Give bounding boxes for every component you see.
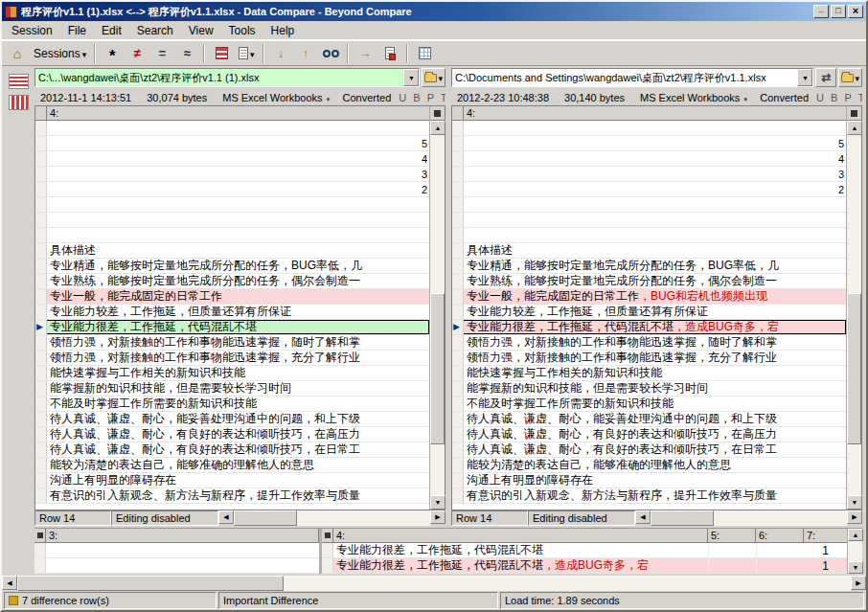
scroll-left-button[interactable] xyxy=(635,510,651,524)
next-difference-button[interactable]: ↓ xyxy=(269,43,292,64)
grid-row[interactable]: 待人真诚、谦虚、耐心，有良好的表达和倾听技巧，在日常工 xyxy=(452,442,846,458)
table-compare-session-icon[interactable] xyxy=(9,95,29,110)
grid-row[interactable]: 专业熟练，能够按时定量地完成所分配的任务，偶尔会制造一 xyxy=(452,274,846,289)
grid-row[interactable]: 能掌握新的知识和技能，但是需要较长学习时间 xyxy=(35,381,429,397)
grid-row[interactable]: 专业精通，能够按时定量地完成所分配的任务，BUG率低，几 xyxy=(35,259,429,274)
scrollbar-thumb[interactable] xyxy=(651,510,714,526)
scrollbar-track[interactable] xyxy=(430,135,445,495)
scroll-left-button[interactable] xyxy=(2,576,17,590)
grid-row[interactable]: 4 xyxy=(35,151,429,167)
menu-item-session[interactable]: Session xyxy=(4,22,60,39)
grid-row[interactable] xyxy=(452,228,846,243)
grid-row[interactable] xyxy=(35,228,429,243)
sessions-dropdown-button[interactable]: Sessions xyxy=(31,43,89,64)
grid-row[interactable] xyxy=(35,121,429,136)
difference-row[interactable] xyxy=(34,543,319,558)
menu-item-edit[interactable]: Edit xyxy=(94,22,129,39)
right-conversion-flags[interactable]: U B P T Q xyxy=(816,92,862,103)
chevron-down-icon[interactable] xyxy=(326,92,331,103)
grid-view-button[interactable] xyxy=(413,43,436,64)
menu-item-search[interactable]: Search xyxy=(129,22,181,39)
grid-row[interactable]: 有意识的引入新观念、新方法与新程序，提升工作效率与质量 xyxy=(452,488,846,504)
menu-item-tools[interactable]: Tools xyxy=(221,22,263,39)
scrollbar-track[interactable] xyxy=(848,541,862,561)
grid-row[interactable]: 专业能力较差，工作拖延，但质量还算有所保证 xyxy=(35,305,429,320)
grid-row[interactable]: 2 xyxy=(35,182,429,197)
right-path-dropdown-icon[interactable] xyxy=(797,69,812,86)
grid-row[interactable]: 领悟力强，对新接触的工作和事物能迅速掌握，充分了解行业 xyxy=(452,351,846,366)
left-browse-button[interactable] xyxy=(422,68,445,87)
bottom-horizontal-scrollbar[interactable] xyxy=(2,576,866,591)
scroll-right-button[interactable] xyxy=(430,510,445,524)
grid-row[interactable]: 3 xyxy=(452,167,846,182)
maximize-button[interactable] xyxy=(831,5,846,18)
show-all-button[interactable]: * xyxy=(101,43,124,64)
left-horizontal-scrollbar[interactable] xyxy=(218,510,445,526)
home-button[interactable]: ⌂ xyxy=(6,43,29,64)
show-differences-button[interactable]: ≠ xyxy=(126,43,148,64)
grid-row[interactable] xyxy=(452,197,846,213)
difference-row[interactable]: 专业能力很差，工作拖延，代码混乱不堪，造成BUG奇多，宕1 xyxy=(322,558,847,574)
scroll-down-button[interactable] xyxy=(430,495,445,510)
grid-row[interactable]: 有意识的引入新观念、新方法与新程序，提升工作效率与质量 xyxy=(35,488,429,504)
grid-row[interactable]: 沟通上有明显的障碍存在 xyxy=(452,473,846,488)
right-browse-button[interactable] xyxy=(838,68,862,87)
show-matches-button[interactable]: = xyxy=(150,43,173,64)
find-button[interactable] xyxy=(319,43,342,64)
scroll-up-button[interactable] xyxy=(848,529,863,541)
scroll-down-button[interactable] xyxy=(847,495,862,510)
right-path-text[interactable]: C:\Documents and Settings\wangdawei\桌面\z… xyxy=(452,69,797,86)
current-grid-row[interactable]: 专业能力很差，工作拖延，代码混乱不堪 xyxy=(35,320,429,335)
scrollbar-track[interactable] xyxy=(17,576,851,591)
grid-row[interactable]: 2 xyxy=(452,182,846,197)
grid-row[interactable]: 领悟力强，对新接触的工作和事物能迅速掌握，随时了解和掌 xyxy=(35,335,429,351)
left-path-dropdown-icon[interactable] xyxy=(403,69,419,86)
grid-row[interactable]: 具体描述 xyxy=(452,243,846,259)
grid-row[interactable]: 待人真诚、谦虚、耐心，能妥善处理沟通中的问题，和上下级 xyxy=(35,412,429,427)
minimize-button[interactable] xyxy=(813,5,829,18)
scrollbar-track[interactable] xyxy=(847,135,861,495)
grid-row[interactable]: 专业一般，能完成固定的日常工作 xyxy=(35,289,429,305)
left-vertical-scrollbar[interactable] xyxy=(429,106,445,510)
scroll-left-button[interactable] xyxy=(218,510,234,524)
right-format-dropdown[interactable]: MS Excel Workbooks xyxy=(640,92,740,103)
right-horizontal-scrollbar[interactable] xyxy=(635,510,862,526)
grid-row[interactable]: 沟通上有明显的障碍存在 xyxy=(35,473,429,488)
difference-row[interactable]: 专业能力很差，工作拖延，代码混乱不堪1 xyxy=(322,543,847,558)
grid-row[interactable]: 待人真诚、谦虚、耐心，有良好的表达和倾听技巧，在日常工 xyxy=(35,442,429,458)
scrollbar-thumb[interactable] xyxy=(17,576,284,591)
grid-row[interactable]: 领悟力强，对新接触的工作和事物能迅速掌握，随时了解和掌 xyxy=(452,335,846,351)
grid-row[interactable]: 专业能力较差，工作拖延，但质量还算有所保证 xyxy=(452,305,846,320)
grid-row[interactable] xyxy=(35,213,429,228)
grid-row[interactable]: 专业一般，能完成固定的日常工作，BUG和宕机也频频出现 xyxy=(452,289,846,305)
format-dropdown-button[interactable] xyxy=(235,43,258,64)
grid-row[interactable]: 待人真诚、谦虚、耐心，有良好的表达和倾听技巧，在高压力 xyxy=(35,427,429,442)
grid-row[interactable] xyxy=(452,121,846,136)
scrollbar-thumb[interactable] xyxy=(847,293,861,444)
grid-row[interactable]: 待人真诚、谦虚、耐心，能妥善处理沟通中的问题，和上下级 xyxy=(452,412,846,427)
grid-row[interactable]: 不能及时掌握工作所需要的新知识和技能 xyxy=(452,397,846,412)
grid-corner-button[interactable] xyxy=(847,106,861,121)
grid-row[interactable] xyxy=(35,197,429,213)
scroll-up-button[interactable] xyxy=(430,121,445,135)
left-column-header-4[interactable]: 4: xyxy=(47,106,429,121)
scrollbar-track[interactable] xyxy=(651,510,847,526)
left-path-combobox[interactable]: C:\...\wangdawei\桌面\zt2\程序评价v1.1 (1).xls… xyxy=(34,68,420,87)
grid-row[interactable]: 专业熟练，能够按时定量地完成所分配的任务，偶尔会制造一 xyxy=(35,274,429,289)
grid-row[interactable]: 待人真诚、谦虚、耐心，有良好的表达和倾听技巧，在高压力 xyxy=(452,427,846,442)
grid-row[interactable]: 4 xyxy=(452,151,846,167)
grid-row[interactable]: 领悟力强，对新接触的工作和事物能迅速掌握，充分了解行业 xyxy=(35,351,429,366)
menu-item-view[interactable]: View xyxy=(181,22,221,39)
grid-row[interactable]: 能较为清楚的表达自己，能够准确的理解他人的意思 xyxy=(452,458,846,473)
detail-column-header-4[interactable]: 4: xyxy=(333,529,708,543)
grid-row[interactable]: 不能及时掌握工作所需要的新知识和技能 xyxy=(35,397,429,412)
difference-row[interactable] xyxy=(34,558,319,574)
data-compare-session-icon[interactable] xyxy=(9,74,29,89)
grid-row[interactable] xyxy=(452,213,846,228)
scrollbar-thumb[interactable] xyxy=(430,293,445,444)
left-conversion-flags[interactable]: U B P T Q xyxy=(399,92,445,103)
grid-row[interactable]: 3 xyxy=(35,167,429,182)
scrollbar-track[interactable] xyxy=(234,510,430,526)
copy-to-right-button[interactable]: → xyxy=(354,43,377,64)
grid-row[interactable]: 专业精通，能够按时定量地完成所分配的任务，BUG率低，几 xyxy=(452,259,846,274)
